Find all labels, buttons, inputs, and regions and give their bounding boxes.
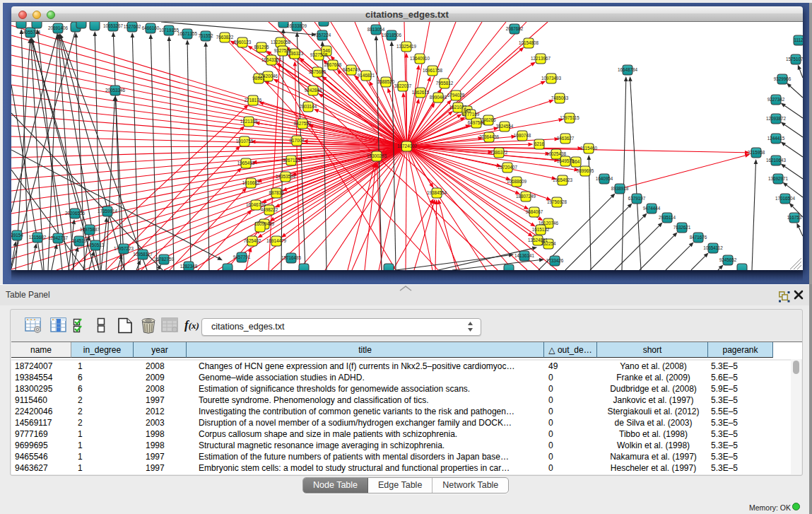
svg-text:16782759: 16782759 bbox=[154, 257, 175, 262]
svg-text:17016504: 17016504 bbox=[775, 196, 796, 201]
svg-text:19654923: 19654923 bbox=[553, 177, 573, 182]
svg-text:12093872: 12093872 bbox=[766, 116, 787, 121]
svg-text:1221338: 1221338 bbox=[240, 119, 258, 124]
svg-text:13226058: 13226058 bbox=[271, 40, 291, 45]
svg-text:8813054: 8813054 bbox=[367, 27, 385, 32]
svg-text:10653267: 10653267 bbox=[103, 23, 124, 28]
svg-text:9474444: 9474444 bbox=[643, 206, 661, 211]
svg-text:9245652: 9245652 bbox=[719, 257, 737, 262]
svg-text:19384554: 19384554 bbox=[427, 190, 447, 195]
svg-text:12975115: 12975115 bbox=[560, 115, 579, 120]
svg-text:16099489: 16099489 bbox=[254, 221, 275, 226]
svg-text:3215958: 3215958 bbox=[748, 150, 765, 155]
svg-text:16120746: 16120746 bbox=[539, 221, 559, 226]
svg-text:20691406: 20691406 bbox=[48, 25, 69, 30]
svg-text:98961: 98961 bbox=[252, 76, 265, 81]
svg-text:1250513: 1250513 bbox=[87, 243, 105, 247]
svg-text:6216: 6216 bbox=[534, 141, 545, 146]
svg-text:16671355: 16671355 bbox=[177, 31, 198, 36]
svg-text:0899695: 0899695 bbox=[577, 168, 594, 173]
svg-text:10654112: 10654112 bbox=[703, 245, 723, 250]
svg-text:4498222: 4498222 bbox=[261, 207, 278, 212]
svg-text:751552: 751552 bbox=[198, 33, 213, 38]
svg-text:9463627: 9463627 bbox=[557, 136, 575, 141]
svg-text:8427552: 8427552 bbox=[294, 121, 312, 126]
svg-text:20364436: 20364436 bbox=[479, 134, 500, 139]
svg-text:16033809: 16033809 bbox=[287, 23, 307, 28]
svg-text:13975887: 13975887 bbox=[80, 227, 100, 232]
svg-text:16210643: 16210643 bbox=[766, 158, 787, 163]
svg-text:16046736: 16046736 bbox=[246, 202, 266, 207]
svg-text:1010755: 1010755 bbox=[236, 139, 254, 144]
svg-text:1916682: 1916682 bbox=[242, 180, 260, 185]
svg-text:7357224: 7357224 bbox=[314, 33, 331, 37]
svg-text:2867608: 2867608 bbox=[324, 62, 342, 67]
svg-text:15751074: 15751074 bbox=[786, 57, 803, 62]
svg-text:546: 546 bbox=[323, 48, 331, 53]
svg-text:2935114: 2935114 bbox=[659, 215, 676, 220]
svg-text:8960123: 8960123 bbox=[234, 40, 252, 45]
svg-text:116753: 116753 bbox=[787, 215, 802, 220]
svg-text:3824554: 3824554 bbox=[496, 124, 514, 129]
svg-text:8938918: 8938918 bbox=[611, 186, 629, 191]
svg-text:16543362: 16543362 bbox=[261, 57, 282, 62]
svg-text:1215682: 1215682 bbox=[29, 235, 47, 240]
svg-text:8471676: 8471676 bbox=[690, 235, 707, 240]
svg-text:7625402: 7625402 bbox=[244, 238, 261, 243]
svg-text:1362615: 1362615 bbox=[412, 90, 430, 95]
svg-text:1588520: 1588520 bbox=[377, 79, 395, 84]
svg-text:15300293: 15300293 bbox=[367, 153, 387, 158]
svg-text:9327508: 9327508 bbox=[310, 52, 328, 57]
svg-text:16914479: 16914479 bbox=[266, 238, 287, 243]
svg-text:14136141: 14136141 bbox=[514, 253, 535, 258]
svg-text:15716485: 15716485 bbox=[281, 255, 302, 260]
svg-text:16961758: 16961758 bbox=[423, 68, 443, 73]
svg-text:1080748: 1080748 bbox=[514, 133, 531, 138]
svg-text:1733426: 1733426 bbox=[546, 258, 564, 263]
svg-text:6466160: 6466160 bbox=[142, 25, 160, 30]
svg-text:7632621: 7632621 bbox=[673, 225, 691, 230]
svg-text:13692971: 13692971 bbox=[768, 176, 789, 181]
svg-text:19218506: 19218506 bbox=[382, 33, 402, 37]
svg-text:18807249: 18807249 bbox=[516, 194, 536, 199]
svg-text:17957223: 17957223 bbox=[114, 246, 134, 251]
svg-text:19756928: 19756928 bbox=[547, 199, 567, 204]
svg-text:39154: 39154 bbox=[11, 233, 23, 238]
svg-text:7663822: 7663822 bbox=[216, 35, 234, 40]
svg-text:7955812: 7955812 bbox=[436, 81, 454, 86]
svg-text:3267110: 3267110 bbox=[283, 158, 300, 163]
svg-text:15720407: 15720407 bbox=[498, 165, 518, 170]
svg-text:1244415: 1244415 bbox=[767, 136, 785, 141]
svg-text:18724007: 18724007 bbox=[397, 144, 418, 148]
svg-text:8454749: 8454749 bbox=[343, 67, 360, 72]
svg-text:10025438: 10025438 bbox=[546, 151, 567, 156]
svg-text:252254: 252254 bbox=[541, 241, 556, 246]
svg-text:6379197: 6379197 bbox=[628, 196, 646, 201]
svg-text:14353594: 14353594 bbox=[276, 174, 296, 179]
svg-text:16648784: 16648784 bbox=[618, 67, 638, 72]
svg-text:9146821: 9146821 bbox=[358, 73, 375, 78]
svg-text:746266: 746266 bbox=[481, 117, 496, 122]
svg-text:9242848: 9242848 bbox=[305, 88, 322, 93]
svg-text:9457791: 9457791 bbox=[233, 255, 251, 259]
svg-text:1112: 1112 bbox=[794, 37, 803, 42]
svg-text:7386372: 7386372 bbox=[490, 150, 508, 155]
svg-text:13640910: 13640910 bbox=[410, 56, 430, 61]
svg-text:664: 664 bbox=[572, 159, 580, 164]
svg-text:8990448: 8990448 bbox=[430, 95, 447, 100]
svg-text:9777169: 9777169 bbox=[462, 112, 480, 117]
svg-text:114519: 114519 bbox=[72, 238, 87, 243]
svg-text:8186323: 8186323 bbox=[286, 51, 304, 56]
svg-text:7485063: 7485063 bbox=[551, 95, 569, 100]
svg-text:891295: 891295 bbox=[254, 45, 269, 49]
svg-text:12942737: 12942737 bbox=[48, 235, 69, 240]
svg-text:3822037: 3822037 bbox=[394, 83, 412, 88]
svg-text:9115460: 9115460 bbox=[580, 146, 598, 151]
svg-text:887833: 887833 bbox=[269, 190, 284, 195]
svg-text:1640954: 1640954 bbox=[596, 176, 613, 181]
svg-text:817004: 817004 bbox=[289, 138, 305, 143]
svg-text:12213967: 12213967 bbox=[531, 56, 551, 61]
svg-text:9329966: 9329966 bbox=[774, 76, 792, 81]
svg-text:6794028: 6794028 bbox=[447, 93, 465, 98]
svg-text:10719155: 10719155 bbox=[159, 28, 180, 33]
